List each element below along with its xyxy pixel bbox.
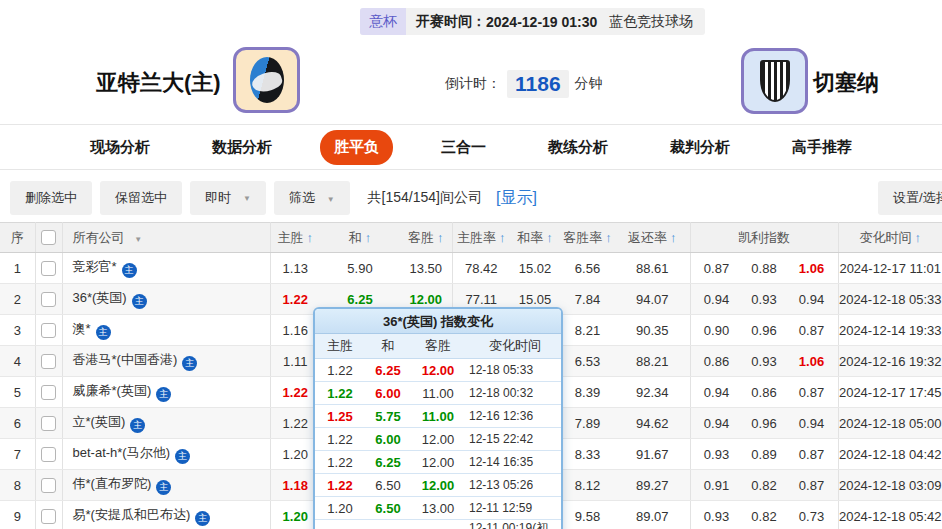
zhu-badge-icon: 主 (96, 325, 111, 340)
return-rate-cell: 89.07 (615, 501, 690, 529)
row-select-cell (35, 377, 62, 408)
popup-history-row: 1.226.2512.0012-14 16:35 (315, 451, 561, 474)
select-all-checkbox[interactable] (41, 230, 56, 245)
nav-tab[interactable]: 胜平负 (320, 130, 393, 165)
company-cell: 伟*(直布罗陀)主 (62, 470, 270, 501)
popup-odds-value: 5.75 (365, 409, 411, 424)
row-checkbox[interactable] (41, 509, 56, 524)
kelly-value: 0.94 (697, 385, 737, 400)
kelly-value: 0.94 (792, 416, 832, 431)
popup-history-row: 1.255.7511.0012-16 12:36 (315, 405, 561, 428)
time-mode-select[interactable]: 即时 ▼ (190, 181, 266, 215)
company-name[interactable]: 竞彩官* (73, 259, 117, 274)
nav-tab[interactable]: 高手推荐 (778, 130, 866, 165)
away-rate-cell: 8.39 (560, 377, 615, 408)
popup-odds-value: 1.22 (315, 455, 365, 470)
away-rate-cell: 7.89 (560, 408, 615, 439)
row-checkbox[interactable] (41, 447, 56, 462)
away-rate-cell: 6.56 (560, 253, 615, 284)
popup-change-time: 12-11 00:19(初始) (465, 520, 561, 529)
popup-odds-value: 6.00 (365, 386, 411, 401)
sort-up-icon: ↑ (499, 230, 506, 245)
row-select-cell (35, 315, 62, 346)
kelly-cell: 0.930.820.73 (690, 501, 838, 529)
header-seq: 序 (0, 223, 35, 253)
away-team-name: 切塞纳 (813, 68, 879, 98)
return-rate-cell: 88.21 (615, 346, 690, 377)
header-draw-odds[interactable]: 和↑ (320, 223, 400, 253)
nav-tab[interactable]: 现场分析 (76, 130, 164, 165)
header-company[interactable]: 所有公司 ▼ (62, 223, 270, 253)
toolbar: 删除选中 保留选中 即时 ▼ 筛选 ▼ 共[154/154]间公司 [显示] (10, 181, 537, 215)
row-seq: 1 (0, 253, 35, 284)
nav-tab[interactable]: 数据分析 (198, 130, 286, 165)
kelly-value: 0.87 (792, 385, 832, 400)
company-name[interactable]: bet-at-h*(马尔他) (73, 445, 171, 460)
header-away-odds[interactable]: 客胜↑ (400, 223, 452, 253)
company-name[interactable]: 澳* (73, 321, 91, 336)
row-seq: 9 (0, 501, 35, 529)
row-checkbox[interactable] (41, 478, 56, 493)
row-checkbox[interactable] (41, 354, 56, 369)
company-name[interactable]: 伟*(直布罗陀) (73, 476, 152, 491)
sort-up-icon: ↑ (605, 230, 612, 245)
company-name[interactable]: 香港马*(中国香港) (73, 352, 178, 367)
away-odds-cell: 13.50 (400, 253, 452, 284)
header-change-time[interactable]: 变化时间↑ (838, 223, 942, 253)
row-seq: 2 (0, 284, 35, 315)
popup-col-home: 主胜 (315, 337, 365, 355)
analysis-nav: 现场分析数据分析胜平负三合一教练分析裁判分析高手推荐 (0, 124, 942, 170)
popup-odds-value: 1.22 (315, 386, 365, 401)
countdown-value: 1186 (507, 70, 569, 98)
row-checkbox[interactable] (41, 385, 56, 400)
company-name[interactable]: 立*(英国) (73, 414, 126, 429)
company-name[interactable]: 威廉希*(英国) (73, 383, 152, 398)
away-rate-cell: 9.58 (560, 501, 615, 529)
header-return-rate[interactable]: 返还率↑ (615, 223, 690, 253)
show-link[interactable]: [显示] (496, 188, 537, 209)
delete-selected-button[interactable]: 删除选中 (10, 181, 92, 215)
return-rate-cell: 91.67 (615, 439, 690, 470)
company-name[interactable]: 易*(安提瓜和巴布达) (73, 507, 191, 522)
company-cell: 立*(英国)主 (62, 408, 270, 439)
keep-selected-button[interactable]: 保留选中 (100, 181, 182, 215)
nav-tab[interactable]: 三合一 (427, 130, 500, 165)
company-cell: 易*(安提瓜和巴布达)主 (62, 501, 270, 529)
filter-dropdown[interactable]: 筛选 ▼ (274, 181, 350, 215)
chevron-down-icon: ▼ (327, 195, 335, 204)
popup-odds-value: 1.20 (315, 501, 365, 516)
sort-up-icon: ↑ (546, 230, 553, 245)
row-seq: 7 (0, 439, 35, 470)
popup-odds-value: 6.25 (365, 363, 411, 378)
popup-change-time: 12-16 12:36 (465, 409, 561, 423)
company-name[interactable]: 36*(英国) (73, 290, 127, 305)
nav-tab[interactable]: 教练分析 (534, 130, 622, 165)
company-cell: 竞彩官*主 (62, 253, 270, 284)
popup-col-time: 变化时间 (465, 337, 561, 355)
popup-title: 36*(英国) 指数变化 (315, 309, 561, 334)
sort-up-icon: ↑ (437, 230, 444, 245)
popup-odds-value: 11.00 (411, 409, 465, 424)
popup-odds-value: 6.00 (365, 432, 411, 447)
row-checkbox[interactable] (41, 416, 56, 431)
odds-history-popup: 36*(英国) 指数变化 主胜 和 客胜 变化时间 1.226.2512.001… (313, 307, 563, 529)
kelly-value: 0.93 (697, 509, 737, 524)
row-checkbox[interactable] (41, 323, 56, 338)
popup-col-draw: 和 (365, 337, 411, 355)
header-home-odds[interactable]: 主胜↑ (270, 223, 320, 253)
popup-odds-value: 1.22 (315, 478, 365, 493)
kelly-cell: 0.910.820.87 (690, 470, 838, 501)
away-rate-cell: 6.53 (560, 346, 615, 377)
popup-odds-value: 1.25 (315, 409, 365, 424)
sort-up-icon: ↑ (365, 230, 372, 245)
popup-change-time: 12-15 22:42 (465, 432, 561, 446)
row-checkbox[interactable] (41, 261, 56, 276)
row-checkbox[interactable] (41, 292, 56, 307)
header-away-rate[interactable]: 客胜率↑ (560, 223, 615, 253)
settings-select-button[interactable]: 设置/选择 (878, 181, 942, 215)
header-home-rate[interactable]: 主胜率↑ (452, 223, 510, 253)
nav-tab[interactable]: 裁判分析 (656, 130, 744, 165)
company-cell: 澳*主 (62, 315, 270, 346)
header-draw-rate[interactable]: 和率↑ (510, 223, 560, 253)
popup-rows: 1.226.2512.0012-18 05:331.226.0011.0012-… (315, 359, 561, 529)
